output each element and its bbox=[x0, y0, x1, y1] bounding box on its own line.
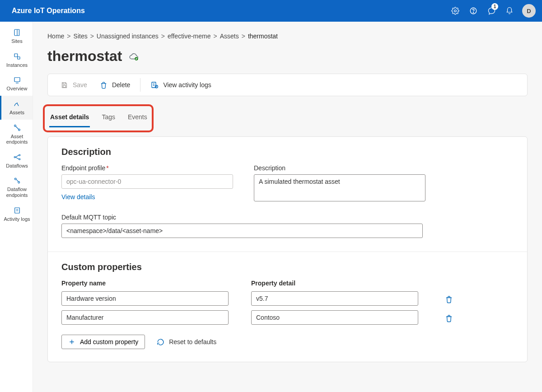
svg-point-12 bbox=[18, 182, 19, 183]
sidebar-item-overview[interactable]: Overview bbox=[0, 72, 33, 96]
sidebar-item-label: Dataflow endpoints bbox=[2, 187, 32, 198]
tab-events[interactable]: Events bbox=[127, 109, 148, 127]
svg-point-7 bbox=[18, 129, 20, 131]
view-activity-logs-button[interactable]: View activity logs bbox=[145, 77, 216, 93]
endpoint-profile-input bbox=[61, 174, 233, 189]
mqtt-topic-input[interactable] bbox=[61, 224, 423, 238]
tabs-container: Asset details Tags Events bbox=[43, 104, 528, 130]
sidebar-item-label: Assets bbox=[9, 110, 24, 116]
delete-button[interactable]: Delete bbox=[94, 78, 136, 93]
dataflow-endpoints-icon bbox=[13, 177, 21, 185]
breadcrumb-link[interactable]: Sites bbox=[74, 33, 88, 40]
breadcrumb-link[interactable]: Home bbox=[47, 33, 64, 40]
sidebar-item-sites[interactable]: Sites bbox=[0, 24, 33, 48]
property-name-header: Property name bbox=[61, 280, 229, 289]
sidebar-item-label: Sites bbox=[11, 38, 22, 44]
svg-rect-4 bbox=[17, 56, 19, 59]
breadcrumb: Home> Sites> Unassigned instances> effec… bbox=[47, 33, 528, 40]
tabs: Asset details Tags Events bbox=[46, 107, 525, 127]
breadcrumb-link[interactable]: Unassigned instances bbox=[97, 33, 159, 40]
property-detail-input[interactable] bbox=[251, 291, 418, 306]
refresh-icon bbox=[157, 338, 164, 346]
tab-tags[interactable]: Tags bbox=[101, 109, 116, 127]
svg-point-6 bbox=[14, 125, 16, 126]
instances-icon bbox=[13, 52, 21, 61]
sidebar-item-dataflows[interactable]: Dataflows bbox=[0, 149, 33, 173]
sidebar-item-assets[interactable]: Assets bbox=[0, 96, 33, 120]
breadcrumb-link[interactable]: effective-meme bbox=[168, 33, 210, 40]
activity-logs-icon bbox=[13, 206, 21, 215]
overview-icon bbox=[13, 76, 21, 84]
property-detail-header: Property detail bbox=[251, 280, 418, 289]
description-field: Description A simulated thermostat asset bbox=[254, 164, 425, 203]
custom-properties-title: Custom properties bbox=[61, 262, 514, 272]
description-section-title: Description bbox=[61, 147, 514, 157]
trash-icon bbox=[445, 314, 453, 322]
divider bbox=[140, 78, 140, 92]
property-name-input[interactable] bbox=[61, 291, 229, 306]
asset-details-card: Description Endpoint profile* View detai… bbox=[47, 136, 528, 362]
sidebar-item-label: Activity logs bbox=[4, 216, 30, 222]
svg-rect-15 bbox=[63, 85, 66, 87]
asset-endpoints-icon bbox=[13, 124, 21, 132]
save-button: Save bbox=[55, 78, 93, 93]
bell-icon[interactable] bbox=[500, 0, 519, 22]
dataflows-icon bbox=[13, 153, 21, 161]
assets-icon bbox=[13, 100, 21, 108]
book-icon bbox=[13, 28, 21, 37]
delete-label: Delete bbox=[112, 81, 130, 89]
trash-icon bbox=[445, 295, 453, 303]
svg-point-8 bbox=[14, 156, 15, 158]
save-label: Save bbox=[73, 81, 87, 89]
delete-property-button[interactable] bbox=[441, 291, 457, 308]
reset-label: Reset to defaults bbox=[169, 338, 216, 345]
breadcrumb-link[interactable]: Assets bbox=[220, 33, 239, 40]
settings-icon[interactable] bbox=[446, 0, 464, 22]
sidebar-item-asset-endpoints[interactable]: Asset endpoints bbox=[0, 120, 33, 149]
svg-rect-3 bbox=[14, 54, 18, 57]
top-header: Azure IoT Operations 1 D bbox=[0, 0, 542, 22]
svg-point-0 bbox=[454, 10, 457, 12]
svg-point-11 bbox=[14, 178, 16, 180]
help-icon[interactable] bbox=[464, 0, 482, 22]
sidebar-item-instances[interactable]: Instances bbox=[0, 48, 33, 72]
add-custom-label: Add custom property bbox=[80, 338, 138, 345]
cloud-check-icon bbox=[128, 51, 139, 61]
svg-point-10 bbox=[19, 159, 20, 160]
save-icon bbox=[61, 81, 68, 89]
svg-rect-5 bbox=[14, 78, 20, 82]
breadcrumb-current: thermostat bbox=[248, 33, 278, 40]
endpoint-profile-label: Endpoint profile* bbox=[61, 164, 233, 172]
delete-property-button[interactable] bbox=[441, 310, 457, 327]
activity-log-icon bbox=[150, 81, 159, 89]
activity-label: View activity logs bbox=[163, 81, 211, 89]
description-input[interactable]: A simulated thermostat asset bbox=[254, 174, 425, 201]
sidebar-item-label: Dataflows bbox=[6, 163, 28, 169]
plus-icon bbox=[68, 338, 75, 345]
section-divider bbox=[48, 252, 527, 252]
left-nav: Sites Instances Overview Assets Asset en… bbox=[0, 22, 33, 392]
svg-point-9 bbox=[19, 154, 20, 156]
page-title-row: thermostat bbox=[47, 48, 528, 65]
view-details-link[interactable]: View details bbox=[61, 193, 95, 201]
reset-to-defaults-button[interactable]: Reset to defaults bbox=[154, 338, 219, 346]
description-label: Description bbox=[254, 164, 425, 172]
page-title: thermostat bbox=[47, 48, 122, 65]
notification-badge: 1 bbox=[491, 3, 498, 10]
sidebar-item-activity-logs[interactable]: Activity logs bbox=[0, 202, 33, 226]
sidebar-item-label: Overview bbox=[7, 86, 28, 92]
sidebar-item-dataflow-endpoints[interactable]: Dataflow endpoints bbox=[0, 173, 33, 202]
mqtt-topic-field: Default MQTT topic bbox=[61, 214, 514, 238]
avatar[interactable]: D bbox=[522, 4, 536, 18]
endpoint-profile-field: Endpoint profile* View details bbox=[61, 164, 233, 201]
brand-title: Azure IoT Operations bbox=[12, 7, 85, 15]
trash-icon bbox=[100, 81, 107, 89]
sidebar-item-label: Asset endpoints bbox=[2, 134, 32, 145]
tab-asset-details[interactable]: Asset details bbox=[49, 109, 90, 127]
sidebar-item-label: Instances bbox=[6, 62, 28, 68]
property-name-input[interactable] bbox=[61, 310, 229, 325]
feedback-icon[interactable]: 1 bbox=[482, 0, 500, 22]
command-bar: Save Delete View activity logs bbox=[47, 74, 528, 96]
add-custom-property-button[interactable]: Add custom property bbox=[61, 335, 145, 349]
property-detail-input[interactable] bbox=[251, 310, 418, 325]
